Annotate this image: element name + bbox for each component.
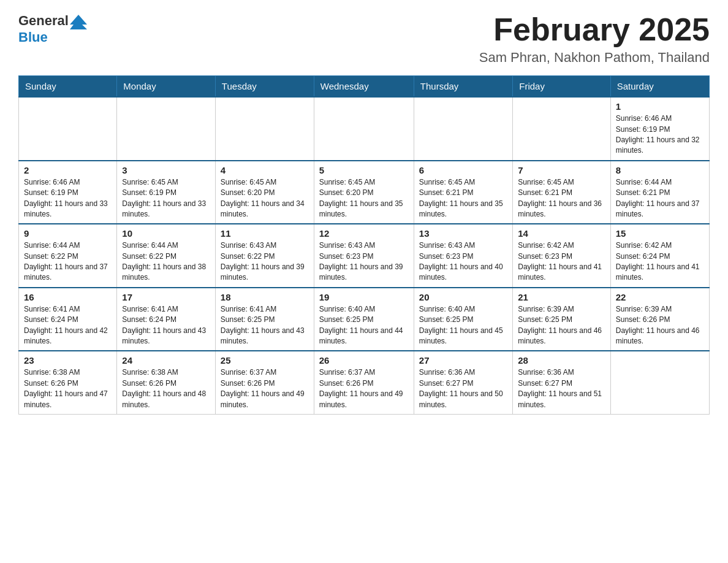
weekday-header-saturday: Saturday (610, 76, 709, 98)
day-number: 10 (122, 228, 210, 239)
day-number: 25 (221, 355, 309, 366)
calendar-week-row: 16Sunrise: 6:41 AM Sunset: 6:24 PM Dayli… (19, 288, 710, 351)
day-number: 21 (518, 292, 605, 302)
weekday-header-monday: Monday (117, 76, 216, 98)
calendar-cell (610, 351, 709, 414)
day-info: Sunrise: 6:38 AM Sunset: 6:26 PM Dayligh… (122, 367, 210, 410)
day-number: 18 (221, 292, 309, 302)
weekday-header-friday: Friday (513, 76, 610, 98)
calendar-cell: 11Sunrise: 6:43 AM Sunset: 6:22 PM Dayli… (215, 224, 314, 288)
day-info: Sunrise: 6:44 AM Sunset: 6:21 PM Dayligh… (616, 177, 704, 220)
day-info: Sunrise: 6:43 AM Sunset: 6:23 PM Dayligh… (319, 240, 409, 283)
calendar-week-row: 2Sunrise: 6:46 AM Sunset: 6:19 PM Daylig… (19, 161, 710, 224)
day-info: Sunrise: 6:39 AM Sunset: 6:26 PM Dayligh… (616, 304, 704, 347)
day-number: 24 (122, 355, 210, 366)
day-number: 7 (518, 165, 605, 175)
day-info: Sunrise: 6:41 AM Sunset: 6:24 PM Dayligh… (24, 304, 112, 347)
day-info: Sunrise: 6:44 AM Sunset: 6:22 PM Dayligh… (122, 240, 210, 283)
svg-marker-0 (70, 15, 87, 25)
calendar-cell (314, 97, 414, 161)
day-number: 28 (518, 355, 605, 366)
logo-icon (70, 12, 87, 29)
day-info: Sunrise: 6:43 AM Sunset: 6:23 PM Dayligh… (419, 240, 507, 283)
day-number: 13 (419, 228, 507, 239)
day-number: 22 (616, 292, 704, 302)
day-number: 15 (616, 228, 704, 239)
day-number: 16 (24, 292, 112, 302)
calendar-cell: 5Sunrise: 6:45 AM Sunset: 6:20 PM Daylig… (314, 161, 414, 224)
day-info: Sunrise: 6:43 AM Sunset: 6:22 PM Dayligh… (221, 240, 309, 283)
calendar-cell: 10Sunrise: 6:44 AM Sunset: 6:22 PM Dayli… (117, 224, 216, 288)
calendar-cell: 21Sunrise: 6:39 AM Sunset: 6:25 PM Dayli… (513, 288, 610, 351)
calendar-week-row: 9Sunrise: 6:44 AM Sunset: 6:22 PM Daylig… (19, 224, 710, 288)
day-info: Sunrise: 6:42 AM Sunset: 6:24 PM Dayligh… (616, 240, 704, 283)
logo-general-text: General (18, 13, 69, 29)
day-info: Sunrise: 6:40 AM Sunset: 6:25 PM Dayligh… (419, 304, 507, 347)
day-info: Sunrise: 6:40 AM Sunset: 6:25 PM Dayligh… (319, 304, 409, 347)
weekday-header-sunday: Sunday (19, 76, 117, 98)
calendar-cell (513, 97, 610, 161)
calendar-cell: 13Sunrise: 6:43 AM Sunset: 6:23 PM Dayli… (414, 224, 512, 288)
calendar-cell: 25Sunrise: 6:37 AM Sunset: 6:26 PM Dayli… (215, 351, 314, 414)
day-number: 4 (221, 165, 309, 175)
day-number: 23 (24, 355, 112, 366)
day-info: Sunrise: 6:45 AM Sunset: 6:19 PM Dayligh… (122, 177, 210, 220)
month-title: February 2025 (479, 12, 710, 47)
calendar-cell: 3Sunrise: 6:45 AM Sunset: 6:19 PM Daylig… (117, 161, 216, 224)
calendar-cell: 8Sunrise: 6:44 AM Sunset: 6:21 PM Daylig… (610, 161, 709, 224)
day-info: Sunrise: 6:44 AM Sunset: 6:22 PM Dayligh… (24, 240, 112, 283)
calendar-cell: 15Sunrise: 6:42 AM Sunset: 6:24 PM Dayli… (610, 224, 709, 288)
day-info: Sunrise: 6:45 AM Sunset: 6:20 PM Dayligh… (221, 177, 309, 220)
day-number: 6 (419, 165, 507, 175)
calendar-cell (215, 97, 314, 161)
calendar-cell: 17Sunrise: 6:41 AM Sunset: 6:24 PM Dayli… (117, 288, 216, 351)
calendar-cell (117, 97, 216, 161)
day-info: Sunrise: 6:36 AM Sunset: 6:27 PM Dayligh… (518, 367, 605, 410)
calendar-cell: 20Sunrise: 6:40 AM Sunset: 6:25 PM Dayli… (414, 288, 512, 351)
day-number: 19 (319, 292, 409, 302)
svg-marker-1 (70, 25, 87, 29)
calendar-header-row: SundayMondayTuesdayWednesdayThursdayFrid… (19, 76, 710, 98)
calendar-cell: 4Sunrise: 6:45 AM Sunset: 6:20 PM Daylig… (215, 161, 314, 224)
calendar-cell (19, 97, 117, 161)
day-number: 20 (419, 292, 507, 302)
day-number: 1 (616, 101, 704, 112)
day-info: Sunrise: 6:42 AM Sunset: 6:23 PM Dayligh… (518, 240, 605, 283)
calendar-week-row: 1Sunrise: 6:46 AM Sunset: 6:19 PM Daylig… (19, 97, 710, 161)
calendar-cell: 27Sunrise: 6:36 AM Sunset: 6:27 PM Dayli… (414, 351, 512, 414)
day-info: Sunrise: 6:45 AM Sunset: 6:21 PM Dayligh… (419, 177, 507, 220)
calendar-cell: 16Sunrise: 6:41 AM Sunset: 6:24 PM Dayli… (19, 288, 117, 351)
calendar-cell: 14Sunrise: 6:42 AM Sunset: 6:23 PM Dayli… (513, 224, 610, 288)
calendar-cell: 1Sunrise: 6:46 AM Sunset: 6:19 PM Daylig… (610, 97, 709, 161)
day-info: Sunrise: 6:38 AM Sunset: 6:26 PM Dayligh… (24, 367, 112, 410)
day-number: 11 (221, 228, 309, 239)
calendar-week-row: 23Sunrise: 6:38 AM Sunset: 6:26 PM Dayli… (19, 351, 710, 414)
title-block: February 2025 Sam Phran, Nakhon Pathom, … (479, 12, 710, 66)
day-info: Sunrise: 6:39 AM Sunset: 6:25 PM Dayligh… (518, 304, 605, 347)
day-number: 9 (24, 228, 112, 239)
day-number: 27 (419, 355, 507, 366)
calendar-cell: 24Sunrise: 6:38 AM Sunset: 6:26 PM Dayli… (117, 351, 216, 414)
day-number: 3 (122, 165, 210, 175)
day-number: 2 (24, 165, 112, 175)
day-info: Sunrise: 6:41 AM Sunset: 6:24 PM Dayligh… (122, 304, 210, 347)
day-number: 5 (319, 165, 409, 175)
calendar-cell: 23Sunrise: 6:38 AM Sunset: 6:26 PM Dayli… (19, 351, 117, 414)
day-info: Sunrise: 6:46 AM Sunset: 6:19 PM Dayligh… (616, 113, 704, 156)
calendar-cell: 2Sunrise: 6:46 AM Sunset: 6:19 PM Daylig… (19, 161, 117, 224)
day-info: Sunrise: 6:46 AM Sunset: 6:19 PM Dayligh… (24, 177, 112, 220)
calendar-cell: 28Sunrise: 6:36 AM Sunset: 6:27 PM Dayli… (513, 351, 610, 414)
day-info: Sunrise: 6:45 AM Sunset: 6:21 PM Dayligh… (518, 177, 605, 220)
calendar-cell: 7Sunrise: 6:45 AM Sunset: 6:21 PM Daylig… (513, 161, 610, 224)
page-header: General Blue February 2025 Sam Phran, Na… (18, 12, 710, 66)
day-info: Sunrise: 6:41 AM Sunset: 6:25 PM Dayligh… (221, 304, 309, 347)
calendar-cell: 22Sunrise: 6:39 AM Sunset: 6:26 PM Dayli… (610, 288, 709, 351)
calendar-cell: 18Sunrise: 6:41 AM Sunset: 6:25 PM Dayli… (215, 288, 314, 351)
calendar-cell: 6Sunrise: 6:45 AM Sunset: 6:21 PM Daylig… (414, 161, 512, 224)
weekday-header-wednesday: Wednesday (314, 76, 414, 98)
day-number: 12 (319, 228, 409, 239)
day-info: Sunrise: 6:45 AM Sunset: 6:20 PM Dayligh… (319, 177, 409, 220)
calendar-cell (414, 97, 512, 161)
day-info: Sunrise: 6:36 AM Sunset: 6:27 PM Dayligh… (419, 367, 507, 410)
day-number: 14 (518, 228, 605, 239)
